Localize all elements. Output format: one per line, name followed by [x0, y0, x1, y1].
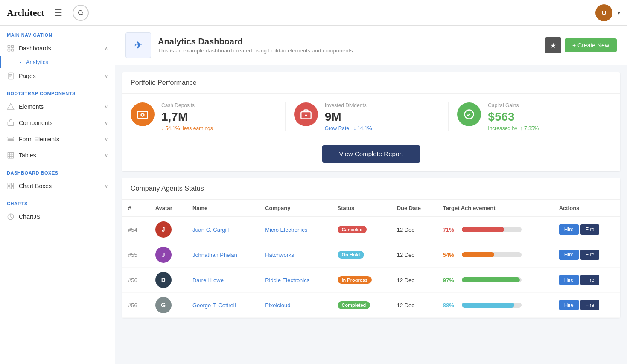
- top-header: Architect ☰ U ▾: [0, 0, 627, 26]
- search-button[interactable]: [73, 5, 89, 21]
- progress-pct-0: 71%: [443, 227, 458, 233]
- progress-bar-bg-0: [462, 227, 522, 232]
- chevron-elements: ∨: [105, 104, 108, 110]
- status-badge-2: In Progress: [338, 276, 372, 284]
- sidebar-item-components[interactable]: Components ∨: [0, 115, 115, 131]
- company-link-1[interactable]: Hatchworks: [265, 252, 294, 258]
- agent-name-2[interactable]: Darrell Lowe: [192, 277, 224, 283]
- hire-button-2[interactable]: Hire: [559, 275, 579, 285]
- hire-button-3[interactable]: Hire: [559, 300, 579, 310]
- sidebar-item-tables[interactable]: Tables ∨: [0, 147, 115, 163]
- user-avatar[interactable]: U: [595, 4, 612, 21]
- cell-status-1: On Hold: [332, 242, 391, 268]
- svg-line-1: [82, 14, 83, 15]
- company-link-0[interactable]: Micro Electronics: [265, 227, 307, 233]
- svg-point-25: [141, 114, 144, 116]
- sidebar-item-elements[interactable]: Elements ∨: [0, 99, 115, 115]
- cell-status-0: Canceled: [332, 217, 391, 242]
- page-subtitle: This is an example dashboard created usi…: [158, 47, 354, 54]
- star-button[interactable]: ★: [545, 37, 561, 53]
- cell-due-2: 12 Dec: [391, 268, 437, 293]
- cell-num-3: #56: [122, 293, 149, 318]
- cell-target-0: 71%: [437, 217, 553, 242]
- cell-status-3: Completed: [332, 293, 391, 318]
- cell-actions-1: Hire Fire: [553, 242, 620, 268]
- sidebar-label-elements: Elements: [19, 103, 44, 110]
- sidebar-item-chart-boxes[interactable]: Chart Boxes ∨: [0, 178, 115, 194]
- agent-name-3[interactable]: George T. Cottrell: [192, 302, 236, 309]
- agents-table-head: # Avatar Name Company Status Due Date Ta…: [122, 200, 620, 217]
- cell-target-3: 88%: [437, 293, 553, 318]
- agents-section-title: Company Agents Status: [122, 178, 620, 200]
- charts-title: CHARTS: [0, 194, 115, 209]
- cell-company-0: Micro Electronics: [259, 217, 331, 242]
- svg-rect-21: [8, 187, 10, 189]
- cell-name-2: Darrell Lowe: [187, 268, 259, 293]
- fire-button-2[interactable]: Fire: [580, 275, 600, 285]
- user-caret[interactable]: ▾: [618, 10, 620, 16]
- progress-cell-0: 71%: [443, 227, 547, 233]
- action-btns-2: Hire Fire: [559, 275, 614, 285]
- progress-bar-bg-1: [462, 252, 522, 257]
- cash-icon: [131, 102, 155, 126]
- col-num: #: [122, 200, 149, 217]
- svg-rect-14: [8, 152, 14, 158]
- view-report-button[interactable]: View Complete Report: [322, 145, 420, 163]
- company-link-2[interactable]: Riddle Electronics: [265, 277, 309, 283]
- sidebar-item-pages[interactable]: Pages ∨: [0, 68, 115, 84]
- agent-avatar-2: D: [155, 272, 172, 288]
- agents-table-body: #54 J Juan C. Cargill Micro Electronics …: [122, 217, 620, 318]
- cell-num-2: #56: [122, 268, 149, 293]
- cell-num-1: #55: [122, 242, 149, 268]
- svg-point-0: [78, 10, 82, 14]
- cell-status-2: In Progress: [332, 268, 391, 293]
- cash-info: Cash Deposits 1,7M ↓ 54.1% less earnings: [161, 102, 213, 131]
- sidebar-item-chartjs[interactable]: ChartJS: [0, 209, 115, 225]
- company-link-3[interactable]: Pixelcloud: [265, 302, 290, 309]
- portfolio-section: Portfolio Performance Cash Deposits 1,7M: [122, 72, 620, 171]
- fire-button-0[interactable]: Fire: [580, 224, 600, 235]
- progress-cell-3: 88%: [443, 302, 547, 309]
- svg-rect-6: [8, 73, 13, 79]
- agent-name-1[interactable]: Johnathan Phelan: [192, 252, 237, 258]
- col-status: Status: [332, 200, 391, 217]
- portfolio-section-title: Portfolio Performance: [122, 72, 620, 94]
- create-new-button[interactable]: + Create New: [565, 38, 617, 52]
- sidebar-label-form-elements: Form Elements: [19, 136, 59, 143]
- invested-info: Invested Dividents 9M Grow Rate: ↓ 14.1%: [325, 102, 372, 131]
- col-company: Company: [259, 200, 331, 217]
- page-title: Analytics Dashboard: [158, 37, 354, 47]
- agent-name-0[interactable]: Juan C. Cargill: [192, 227, 229, 233]
- sidebar-item-dashboards[interactable]: Dashboards ∧: [0, 40, 115, 56]
- hire-button-1[interactable]: Hire: [559, 250, 579, 260]
- capital-info: Capital Gains $563 Increased by ↑ 7.35%: [488, 102, 539, 131]
- portfolio-card-invested: Invested Dividents 9M Grow Rate: ↓ 14.1%: [286, 102, 449, 131]
- status-badge-0: Canceled: [338, 226, 367, 233]
- table-row: #54 J Juan C. Cargill Micro Electronics …: [122, 217, 620, 242]
- agents-table: # Avatar Name Company Status Due Date Ta…: [122, 200, 620, 318]
- progress-bar-bg-2: [462, 277, 522, 282]
- svg-marker-10: [8, 104, 14, 110]
- portfolio-cards: Cash Deposits 1,7M ↓ 54.1% less earnings: [122, 94, 620, 140]
- hamburger-menu[interactable]: ☰: [55, 8, 62, 18]
- fire-button-3[interactable]: Fire: [580, 300, 600, 310]
- sidebar-item-analytics[interactable]: Analytics: [0, 56, 115, 68]
- dashboard-boxes-title: DASHBOARD BOXES: [0, 163, 115, 178]
- fire-button-1[interactable]: Fire: [580, 250, 600, 260]
- agent-avatar-3: G: [155, 297, 172, 313]
- progress-bar-bg-3: [462, 303, 522, 308]
- cell-avatar-0: J: [149, 217, 187, 242]
- sidebar-item-form-elements[interactable]: Form Elements ∨: [0, 131, 115, 147]
- hire-button-0[interactable]: Hire: [559, 224, 579, 235]
- sidebar-label-pages: Pages: [19, 73, 36, 79]
- table-row: #55 J Johnathan Phelan Hatchworks On Hol…: [122, 242, 620, 268]
- svg-rect-13: [8, 140, 14, 141]
- cell-avatar-3: G: [149, 293, 187, 318]
- page-header-right: ★ + Create New: [545, 37, 617, 53]
- cell-avatar-2: D: [149, 268, 187, 293]
- cell-target-1: 54%: [437, 242, 553, 268]
- cell-num-0: #54: [122, 217, 149, 242]
- svg-rect-2: [8, 45, 10, 47]
- chevron-tables: ∨: [105, 153, 108, 158]
- cell-due-1: 12 Dec: [391, 242, 437, 268]
